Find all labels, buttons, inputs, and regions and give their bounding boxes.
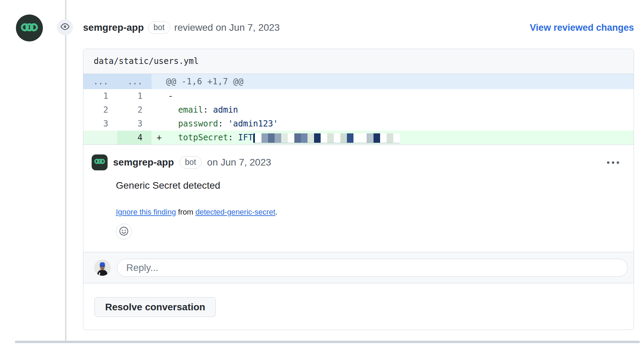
review-author-name[interactable]: semgrep-app xyxy=(83,22,144,33)
semgrep-logo-icon xyxy=(93,155,106,170)
thread-footer: Resolve conversation xyxy=(83,283,634,317)
new-line-number[interactable]: 1 xyxy=(117,89,151,103)
diff-marker: + xyxy=(151,131,168,144)
diff-table: ... ... @@ -1,6 +1,7 @@ 11-22 email: adm… xyxy=(83,74,634,145)
diff-rows: 11-22 email: admin33 password: 'admin123… xyxy=(83,89,634,144)
diff-code-cell: password: 'admin123' xyxy=(151,117,634,131)
ignore-finding-link[interactable]: Ignore this finding xyxy=(116,208,176,216)
diff-code-text: email: admin xyxy=(168,103,238,117)
diff-row: 33 password: 'admin123' xyxy=(83,117,634,131)
diff-row: 4+ totpSecret: IFT xyxy=(83,131,634,144)
smiley-icon xyxy=(119,226,129,237)
next-section-divider xyxy=(15,341,640,343)
diff-code-text: totpSecret: IFT xyxy=(168,131,400,144)
bot-badge: bot xyxy=(148,21,170,34)
diff-marker xyxy=(151,89,168,103)
comment-timestamp[interactable]: on Jun 7, 2023 xyxy=(207,157,271,168)
semgrep-app-avatar[interactable] xyxy=(16,15,43,41)
comment-author-avatar[interactable] xyxy=(92,154,108,170)
diff-code-cell: + totpSecret: IFT xyxy=(151,131,634,144)
diff-row: 11- xyxy=(83,89,634,103)
hunk-expander-new[interactable]: ... xyxy=(117,74,151,89)
old-line-number[interactable] xyxy=(83,131,117,144)
links-middle-text: from xyxy=(176,208,195,216)
comment-author-name[interactable]: semgrep-app xyxy=(113,157,174,168)
comment: semgrep-app bot on Jun 7, 2023 Generic S… xyxy=(83,145,634,252)
hunk-header-text: @@ -1,6 +1,7 @@ xyxy=(151,74,634,89)
diff-code-cell: - xyxy=(151,89,634,103)
view-reviewed-changes-link[interactable]: View reviewed changes xyxy=(530,22,634,33)
diff-code-text: password: 'admin123' xyxy=(168,117,278,131)
reply-section xyxy=(83,252,634,283)
diff-marker xyxy=(151,117,168,131)
semgrep-logo-icon xyxy=(19,17,39,39)
old-line-number[interactable]: 1 xyxy=(83,89,117,103)
redacted-secret xyxy=(253,133,400,143)
rule-link[interactable]: detected-generic-secret xyxy=(195,208,275,216)
new-line-number[interactable]: 4 xyxy=(117,131,151,144)
add-reaction-button[interactable] xyxy=(116,224,132,239)
review-event-badge xyxy=(57,19,73,35)
review-header: semgrep-app bot reviewed on Jun 7, 2023 … xyxy=(83,21,634,35)
reply-input[interactable] xyxy=(117,259,628,277)
user-avatar[interactable] xyxy=(94,260,110,276)
links-period: . xyxy=(275,208,277,216)
review-action-text: reviewed on Jun 7, 2023 xyxy=(174,22,280,33)
diff-file-path[interactable]: data/static/users.yml xyxy=(83,49,634,74)
new-line-number[interactable]: 2 xyxy=(117,103,151,117)
hunk-expander-old[interactable]: ... xyxy=(83,74,117,89)
kebab-menu-icon[interactable] xyxy=(606,159,620,167)
diff-code-text: - xyxy=(168,89,173,103)
timeline-line xyxy=(65,0,66,341)
comment-links: Ignore this finding from detected-generi… xyxy=(116,208,625,217)
old-line-number[interactable]: 2 xyxy=(83,103,117,117)
resolve-conversation-button[interactable]: Resolve conversation xyxy=(94,297,216,317)
eye-icon xyxy=(61,22,70,32)
old-line-number[interactable]: 3 xyxy=(83,117,117,131)
diff-marker xyxy=(151,103,168,117)
comment-body: Generic Secret detected xyxy=(116,180,625,191)
review-thread-card: data/static/users.yml ... ... @@ -1,6 +1… xyxy=(83,49,634,330)
bot-badge: bot xyxy=(180,156,202,169)
diff-code-cell: email: admin xyxy=(151,103,634,117)
new-line-number[interactable]: 3 xyxy=(117,117,151,131)
diff-hunk-row: ... ... @@ -1,6 +1,7 @@ xyxy=(83,74,634,89)
comment-header: semgrep-app bot on Jun 7, 2023 xyxy=(92,154,625,170)
diff-row: 22 email: admin xyxy=(83,103,634,117)
